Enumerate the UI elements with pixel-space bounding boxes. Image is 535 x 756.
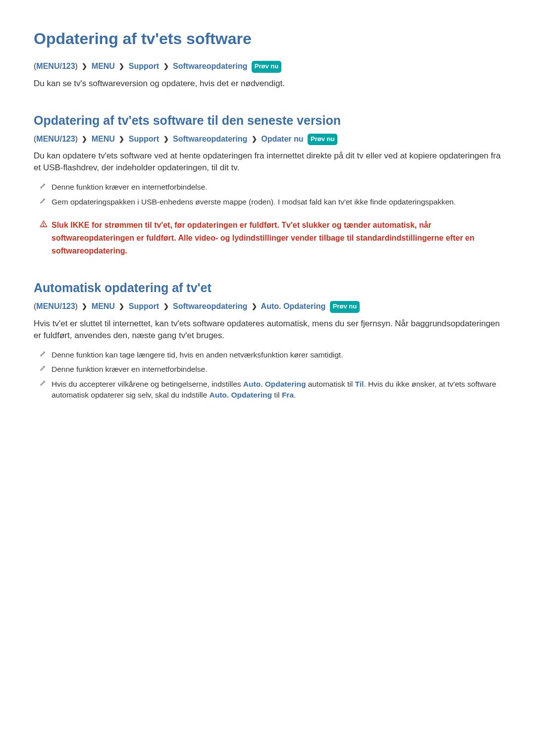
page-title: Opdatering af tv'ets software <box>34 30 501 48</box>
note3-frag: Hvis du accepterer vilkårene og betingel… <box>52 380 243 388</box>
note3-auto-update: Auto. Opdatering <box>243 380 306 388</box>
note3-off: Fra <box>282 391 294 399</box>
pencil-icon <box>40 379 52 386</box>
pencil-icon <box>40 350 52 357</box>
chevron-right-icon: ❯ <box>163 302 169 312</box>
paren-close: ) <box>75 135 78 143</box>
crumb-update-now: Opdater nu <box>261 135 303 143</box>
try-now-badge[interactable]: Prøv nu <box>252 61 281 73</box>
chevron-right-icon: ❯ <box>82 302 87 312</box>
crumb-menu123: MENU/123 <box>36 302 75 310</box>
note3-frag: til <box>272 391 282 399</box>
note3-auto-update: Auto. Opdatering <box>209 391 272 399</box>
chevron-right-icon: ❯ <box>252 302 257 312</box>
note-text: Hvis du accepterer vilkårene og betingel… <box>52 379 501 400</box>
pencil-icon <box>40 364 52 371</box>
note-row: Denne funktion kræver en internetforbind… <box>34 182 501 193</box>
crumb-menu: MENU <box>92 135 115 143</box>
chevron-right-icon: ❯ <box>82 61 87 72</box>
crumb-swupdate: Softwareopdatering <box>173 62 247 70</box>
breadcrumb-update-now: (MENU/123) ❯ MENU ❯ Support ❯ Softwareop… <box>34 133 501 146</box>
crumb-auto-update: Auto. Opdatering <box>261 302 326 310</box>
section2-body: Du kan opdatere tv'ets software ved at h… <box>34 150 501 174</box>
chevron-right-icon: ❯ <box>119 134 124 145</box>
crumb-menu123: MENU/123 <box>36 135 75 143</box>
section3-body: Hvis tv'et er sluttet til internettet, k… <box>34 318 501 342</box>
svg-point-1 <box>43 226 44 226</box>
section3-title: Automatisk opdatering af tv'et <box>34 281 501 295</box>
crumb-menu: MENU <box>92 62 115 70</box>
note-text: Denne funktion kan tage længere tid, hvi… <box>52 350 501 360</box>
breadcrumb-software-update: (MENU/123) ❯ MENU ❯ Support ❯ Softwareop… <box>34 60 501 73</box>
chevron-right-icon: ❯ <box>252 134 257 145</box>
try-now-badge[interactable]: Prøv nu <box>308 134 337 146</box>
note-text: Gem opdateringspakken i USB-enhedens øve… <box>52 197 501 207</box>
crumb-menu123: MENU/123 <box>36 62 75 70</box>
chevron-right-icon: ❯ <box>119 302 124 312</box>
crumb-support: Support <box>129 62 159 70</box>
note-row: Denne funktion kræver en internetforbind… <box>34 364 501 375</box>
crumb-menu: MENU <box>92 302 115 310</box>
chevron-right-icon: ❯ <box>119 61 124 72</box>
crumb-swupdate: Softwareopdatering <box>173 302 247 310</box>
warning-triangle-icon <box>40 220 52 228</box>
note-text: Denne funktion kræver en internetforbind… <box>52 182 501 193</box>
pencil-icon <box>40 197 52 204</box>
warning-row: Sluk IKKE for strømmen til tv'et, før op… <box>34 219 501 257</box>
note-row: Gem opdateringspakken i USB-enhedens øve… <box>34 197 501 207</box>
warning-text: Sluk IKKE for strømmen til tv'et, før op… <box>52 219 501 257</box>
section2-title: Opdatering af tv'ets software til den se… <box>34 113 501 128</box>
pencil-icon <box>40 182 52 189</box>
chevron-right-icon: ❯ <box>163 134 169 145</box>
note3-frag: . <box>294 391 296 399</box>
note3-on: Til <box>355 380 364 388</box>
paren-close: ) <box>75 62 78 70</box>
crumb-support: Support <box>129 302 159 310</box>
note-row: Hvis du accepterer vilkårene og betingel… <box>34 379 501 400</box>
breadcrumb-auto-update: (MENU/123) ❯ MENU ❯ Support ❯ Softwareop… <box>34 300 501 313</box>
paren-close: ) <box>75 302 78 310</box>
note-text: Denne funktion kræver en internetforbind… <box>52 364 501 375</box>
try-now-badge[interactable]: Prøv nu <box>330 301 360 313</box>
section1-body: Du kan se tv's softwareversion og opdate… <box>34 78 501 90</box>
crumb-support: Support <box>129 135 159 143</box>
chevron-right-icon: ❯ <box>163 61 169 72</box>
note3-frag: automatisk til <box>306 380 355 388</box>
chevron-right-icon: ❯ <box>82 134 87 145</box>
crumb-swupdate: Softwareopdatering <box>173 135 247 143</box>
note-row: Denne funktion kan tage længere tid, hvi… <box>34 350 501 360</box>
